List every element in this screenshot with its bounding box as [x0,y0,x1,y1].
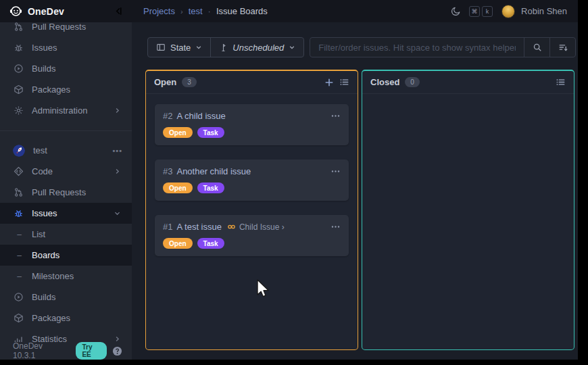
sidebar-item-pull-requests[interactable]: Pull Requests [0,182,132,203]
sidebar-item-issues[interactable]: Issues [0,37,132,58]
sidebar-item-label: Pull Requests [32,22,86,32]
column-body: #2A child issueOpenTask#3Another child i… [146,94,358,266]
project-menu-icon[interactable]: ••• [112,147,122,155]
sidebar-item-pull-requests[interactable]: Pull Requests [0,22,132,37]
filter-input[interactable] [310,38,524,57]
card-badges: OpenTask [163,127,341,138]
breadcrumb-current-page: Issue Boards [216,6,268,16]
sidebar-item-packages[interactable]: Packages [0,308,132,328]
sidebar-item-label: Boards [32,250,59,260]
sidebar-item-administration[interactable]: Administration [0,100,132,121]
sidebar-item-label: Pull Requests [32,187,86,197]
badge-task: Task [197,182,224,193]
sidebar-item-label: Issues [32,43,57,53]
user-name[interactable]: Robin Shen [521,6,567,16]
card-menu-icon[interactable] [330,111,341,121]
breadcrumb-projects-link[interactable]: Projects [143,6,175,16]
filter-input-group [310,37,576,57]
pull-request-icon [13,187,24,197]
sidebar-item-label: Packages [32,313,70,323]
builds-icon [13,292,24,302]
sidebar-item-builds[interactable]: Builds [0,58,132,79]
try-ee-badge[interactable]: Try EE [76,342,107,360]
board-column-closed: Closed0 [362,70,574,350]
column-title: Open [154,77,176,87]
badge-open: Open [163,238,193,249]
breadcrumb-separator: · [208,6,211,16]
add-card-icon[interactable] [324,78,334,87]
k-key: k [482,6,493,17]
card-badges: OpenTask [163,238,341,249]
breadcrumb: Projects › test · Issue Boards [132,6,268,16]
issue-title[interactable]: A child issue [176,111,225,121]
issue-number: #3 [163,166,172,176]
column-count-badge: 3 [182,77,197,87]
version-label: OneDev 10.3.1 [13,341,61,360]
breadcrumb-project-link[interactable]: test [189,6,203,16]
state-columns-button[interactable]: State [148,38,210,57]
dash-bullet-icon: – [15,230,24,239]
sidebar: Pull RequestsIssuesBuildsPackagesAdminis… [0,22,132,360]
sidebar-item-label: Administration [32,105,87,116]
issue-title[interactable]: Another child issue [176,166,251,176]
chevron-down-icon [289,44,295,51]
onedev-logo-icon [9,5,22,18]
sidebar-item-label: Code [32,166,53,176]
issue-title[interactable]: A test issue [176,222,221,232]
badge-open: Open [163,127,193,138]
user-avatar[interactable] [501,5,515,18]
child-issue-link-label: Child Issue › [239,222,285,232]
sidebar-item-test[interactable]: test••• [0,140,132,161]
column-header: Closed0 [362,71,574,94]
column-body [362,94,574,114]
search-icon [533,43,542,52]
brand-area: OneDev [0,0,132,22]
sidebar-divider [0,130,132,131]
chevron-right-icon [112,168,122,175]
bug-icon [13,43,24,53]
issue-card--1[interactable]: #1A test issueChild Issue ›OpenTask [155,215,349,256]
builds-icon [13,64,24,74]
column-count-badge: 0 [405,77,420,87]
issue-card--2[interactable]: #2A child issueOpenTask [155,104,349,145]
dark-mode-moon-icon[interactable] [451,6,461,16]
issue-card--3[interactable]: #3Another child issueOpenTask [155,160,349,201]
screen: OneDev Projects › test · Issue Boards ⌘ … [0,0,588,365]
sidebar-item-label: List [32,229,45,239]
sidebar-item-code[interactable]: Code [0,161,132,182]
issue-number: #2 [163,111,172,121]
filter-toolbar: State Unscheduled [147,37,576,57]
sidebar-item-list[interactable]: –List [0,224,132,245]
package-icon [13,313,24,323]
badge-task: Task [197,238,224,249]
help-icon[interactable] [112,346,122,356]
milestone-button-label: Unscheduled [232,43,284,53]
app-window: OneDev Projects › test · Issue Boards ⌘ … [0,0,578,360]
order-button[interactable] [549,38,575,57]
sidebar-item-label: Milestones [32,271,74,281]
sidebar-item-milestones[interactable]: –Milestones [0,266,132,287]
project-avatar-icon [13,145,25,157]
sidebar-item-issues[interactable]: Issues [0,203,132,224]
sidebar-collapse-icon[interactable] [114,6,124,16]
sidebar-item-boards[interactable]: –Boards [0,245,132,266]
card-menu-icon[interactable] [330,166,341,176]
gear-icon [13,105,24,116]
cmd-key: ⌘ [469,6,480,17]
bug-icon [13,208,24,218]
column-list-view-icon[interactable] [556,77,566,87]
child-issue-link[interactable]: Child Issue › [227,222,285,232]
column-list-view-icon[interactable] [339,77,349,87]
board-filter-group: State Unscheduled [147,37,304,57]
card-menu-icon[interactable] [330,222,341,232]
sidebar-item-packages[interactable]: Packages [0,79,132,100]
milestone-icon [219,43,228,52]
sidebar-nav: Pull RequestsIssuesBuildsPackagesAdminis… [0,22,132,349]
badge-open: Open [163,182,193,193]
chevron-right-icon [112,107,122,114]
sidebar-item-builds[interactable]: Builds [0,287,132,308]
milestone-filter-button[interactable]: Unscheduled [210,38,303,57]
search-button[interactable] [524,38,549,57]
command-palette-shortcut[interactable]: ⌘ k [469,6,493,17]
pull-request-icon [13,22,24,32]
